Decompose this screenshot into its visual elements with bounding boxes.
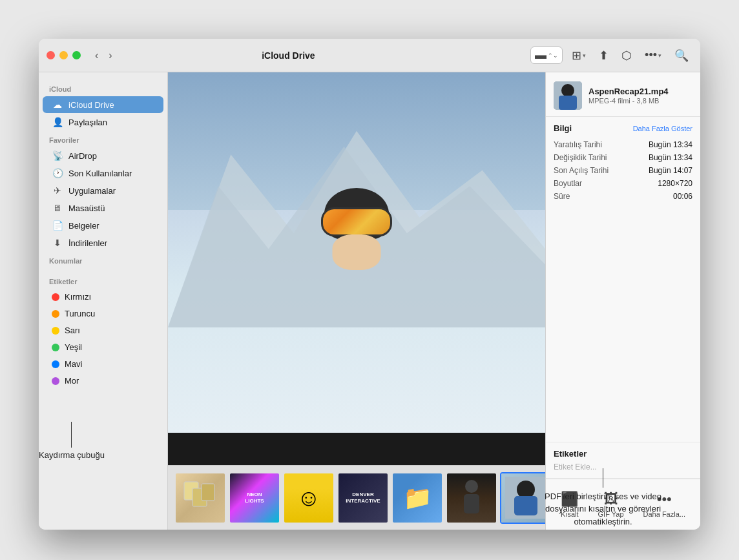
son-acilis-label: Son Açılış Tarihi (554, 166, 609, 175)
sidebar-item-label: Masaüstü (68, 203, 105, 213)
more-button[interactable]: ••• ▾ (641, 47, 665, 64)
yesil-dot (52, 344, 59, 351)
thumb-5-svg (459, 480, 484, 515)
sidebar-item-label: Mavi (65, 359, 82, 369)
sidebar-item-masaustu[interactable]: 🖥 Masaüstü (43, 200, 163, 216)
filmstrip-thumb-3[interactable]: DENVERINTERACTIVE (337, 472, 389, 524)
yaratilis-label: Yaratılış Tarihi (554, 140, 602, 149)
main-content: iCloud ☁ iCloud Drive 👤 Paylaşılan Favor… (39, 72, 700, 530)
sari-dot (52, 327, 59, 335)
kirmizi-dot (52, 293, 59, 301)
sidebar-item-airdrop[interactable]: 📡 AirDrop (43, 147, 163, 164)
svg-rect-9 (514, 496, 537, 515)
etiketler-section-label: Etiketler (39, 273, 167, 288)
file-type: MPEG-4 filmi - 3,8 MB (588, 97, 692, 105)
filmstrip-thumb-2[interactable]: ☺ (283, 472, 335, 524)
file-thumb-svg (554, 81, 582, 110)
sidebar-item-yesil[interactable]: Yeşil (43, 339, 163, 355)
sidebar-item-son-kullanilanlar[interactable]: 🕐 Son Kullanılanlar (43, 165, 163, 181)
kisalt-label: Kısalt (561, 510, 579, 518)
tag-input-placeholder[interactable]: Etiket Ekle... (554, 462, 692, 472)
daha-fazla-button[interactable]: ••• Daha Fazla... (638, 487, 691, 522)
sidebar-item-icloud-drive[interactable]: ☁ iCloud Drive (43, 96, 163, 113)
bilgi-title: Bilgi (554, 123, 572, 133)
sidebar-item-belgeler[interactable]: 📄 Belgeler (43, 217, 163, 234)
grid-arrow-icon: ▾ (583, 52, 586, 59)
share-button[interactable]: ⬆ (595, 47, 612, 65)
sidebar-item-label: Turuncu (65, 309, 95, 318)
gif-label: GIF Yap (598, 510, 624, 518)
favorites-section-label: Favoriler (39, 131, 167, 147)
filmstrip-thumb-4[interactable]: 📁 (391, 472, 443, 524)
sidebar-item-sari[interactable]: Sarı (43, 322, 163, 338)
thumb-2-preview: ☺ (284, 473, 333, 523)
svg-rect-4 (202, 484, 214, 501)
filmstrip-thumb-5[interactable] (446, 472, 497, 524)
icloud-section-label: iCloud (39, 80, 167, 96)
sidebar-item-uygulamalar[interactable]: ✈ Uygulamalar (43, 182, 163, 199)
gallery-arrow-icon: ⌃⌄ (548, 52, 558, 59)
sidebar-item-indirilenler[interactable]: ⬇ İndirilenler (43, 234, 163, 251)
sidebar-item-turuncu[interactable]: Turuncu (43, 306, 163, 322)
recent-icon: 🕐 (52, 168, 63, 178)
sidebar: iCloud ☁ iCloud Drive 👤 Paylaşılan Favor… (39, 72, 168, 530)
svg-rect-16 (559, 96, 577, 110)
gif-icon: 🖼 (604, 491, 618, 508)
right-panel: AspenRecap21.mp4 MPEG-4 filmi - 3,8 MB B… (545, 72, 700, 530)
more-icon: ••• (645, 48, 657, 62)
info-row-son-acilis: Son Açılış Tarihi Bugün 14:07 (554, 164, 692, 177)
info-row-degisiklik: Değişiklik Tarihi Bugün 13:34 (554, 151, 692, 164)
info-section: Bilgi Daha Fazla Göster Yaratılış Tarihi… (546, 117, 700, 442)
thumb-0-preview (176, 473, 225, 523)
gif-yap-button[interactable]: 🖼 GIF Yap (593, 487, 629, 522)
snowboarder-figure (286, 188, 428, 395)
tags-title: Etiketler (554, 449, 692, 459)
sidebar-item-label: Uygulamalar (68, 186, 116, 196)
yaratilis-value: Bugün 13:34 (649, 140, 692, 149)
daha-fazla-icon: ••• (657, 491, 672, 508)
search-icon: 🔍 (674, 48, 689, 63)
file-name: AspenRecap21.mp4 (588, 87, 692, 98)
kisalt-icon: ⬛ (561, 491, 578, 508)
gallery-area: NEONLIGHTS ☺ DENVERINTERACTIVE (168, 72, 545, 530)
file-thumbnail (554, 81, 582, 110)
search-button[interactable]: 🔍 (671, 47, 692, 65)
video-frame (168, 72, 545, 465)
sidebar-item-paylasilan[interactable]: 👤 Paylaşılan (43, 114, 163, 130)
goggles (321, 207, 392, 236)
gallery-view-button[interactable]: ▬ ⌃⌄ (530, 47, 563, 64)
gallery-view-icon: ▬ (535, 48, 546, 62)
jacket (300, 233, 413, 349)
sidebar-item-label: Yeşil (65, 342, 82, 352)
sure-label: Süre (554, 192, 570, 201)
degisiklik-label: Değişiklik Tarihi (554, 153, 607, 162)
sidebar-item-mor[interactable]: Mor (43, 373, 163, 389)
sidebar-item-mavi[interactable]: Mavi (43, 356, 163, 372)
info-section-header: Bilgi Daha Fazla Göster (554, 123, 692, 133)
gallery-preview[interactable] (168, 72, 545, 465)
sidebar-item-label: Son Kullanılanlar (68, 169, 132, 178)
info-row-sure: Süre 00:06 (554, 190, 692, 203)
info-row-yaratilis: Yaratılış Tarihi Bugün 13:34 (554, 138, 692, 151)
daha-fazla-goster-link[interactable]: Daha Fazla Göster (633, 125, 692, 132)
filmstrip-thumb-1[interactable]: NEONLIGHTS (229, 472, 280, 524)
thumb-5-preview (447, 473, 496, 523)
kisalt-button[interactable]: ⬛ Kısalt (556, 487, 584, 522)
sidebar-item-label: Belgeler (68, 221, 99, 231)
filmstrip[interactable]: NEONLIGHTS ☺ DENVERINTERACTIVE (168, 465, 545, 530)
mavi-dot (52, 360, 59, 368)
konumlar-section-label: Konumlar (39, 252, 167, 267)
shared-icon: 👤 (52, 117, 63, 127)
thumb-3-preview: DENVERINTERACTIVE (338, 473, 388, 523)
sure-value: 00:06 (673, 192, 692, 201)
sidebar-item-label: iCloud Drive (68, 100, 114, 110)
turuncu-dot (52, 310, 59, 318)
sidebar-item-kirmizi[interactable]: Kırmızı (43, 289, 163, 305)
svg-rect-6 (464, 494, 479, 513)
filmstrip-thumb-0[interactable] (174, 472, 226, 524)
grid-view-button[interactable]: ⊞ ▾ (568, 47, 590, 65)
tag-button[interactable]: ⬡ (618, 47, 636, 65)
svg-point-5 (465, 480, 478, 493)
tags-section: Etiketler Etiket Ekle... (546, 442, 700, 479)
filmstrip-thumb-6[interactable] (500, 472, 545, 524)
